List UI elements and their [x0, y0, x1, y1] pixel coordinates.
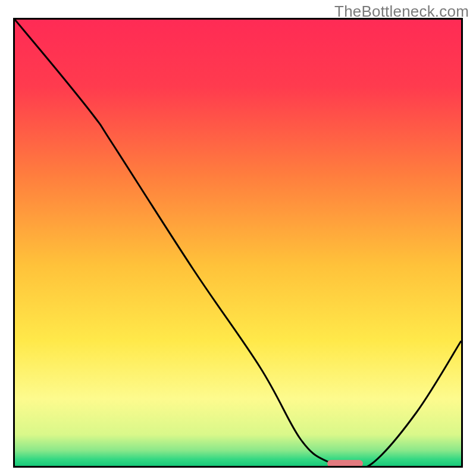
plot-svg	[15, 20, 461, 466]
chart-container: TheBottleneck.com	[0, 0, 476, 476]
optimal-marker	[327, 460, 363, 467]
gradient-background	[15, 20, 461, 466]
plot-area	[13, 18, 463, 468]
